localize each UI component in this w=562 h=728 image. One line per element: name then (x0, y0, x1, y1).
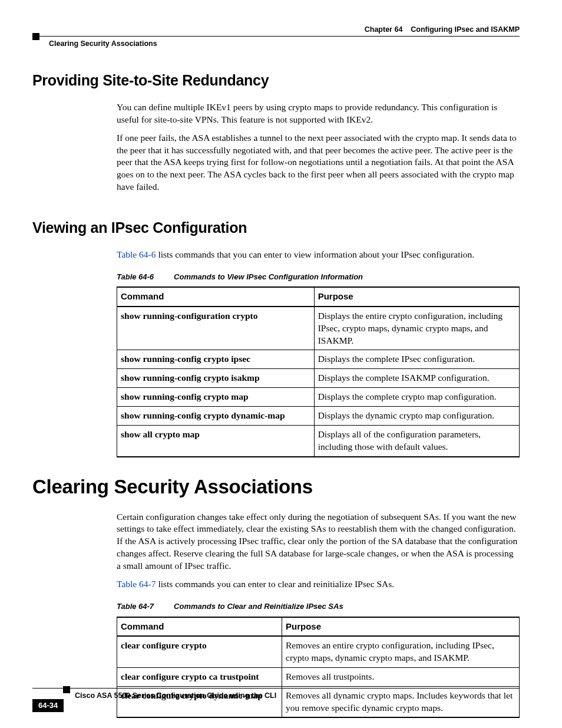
page-footer: Cisco ASA 5500 Series Configuration Guid… (32, 688, 520, 701)
command-cell: show all crypto map (117, 426, 315, 457)
table-row: show running-configuration cryptoDisplay… (117, 307, 520, 350)
table-row: show all crypto mapDisplays all of the c… (117, 426, 520, 457)
purpose-cell: Displays the complete crypto map configu… (314, 388, 519, 407)
section1-p1: You can define multiple IKEv1 peers by u… (117, 101, 520, 126)
footer-rule (32, 688, 520, 689)
section3-intro: Table 64-7 lists commands you can enter … (117, 578, 520, 591)
purpose-cell: Displays the dynamic crypto map configur… (314, 407, 519, 426)
col-command: Command (117, 617, 282, 636)
section2-intro: Table 64-6 lists commands that you can e… (117, 249, 520, 261)
section2-body: Table 64-6 lists commands that you can e… (117, 249, 520, 261)
col-purpose: Purpose (282, 617, 520, 636)
command-cell: clear configure crypto ca trustpoint (117, 667, 282, 686)
purpose-cell: Removes all trustpoints. (282, 667, 520, 686)
table-row: show running-config crypto mapDisplays t… (117, 388, 520, 407)
breadcrumb: Clearing Security Associations (49, 39, 520, 49)
table-row: show running-config crypto ipsecDisplays… (117, 350, 520, 369)
table-64-7: Command Purpose clear configure cryptoRe… (117, 617, 520, 719)
table-row: clear configure cryptoRemoves an entire … (117, 636, 520, 667)
page-number: 64-34 (32, 699, 64, 712)
command-cell: show running-config crypto dynamic-map (117, 407, 315, 426)
col-command: Command (117, 287, 315, 306)
command-cell: show running-config crypto ipsec (117, 350, 315, 369)
table-ref-link-2[interactable]: Table 64-7 (117, 579, 156, 589)
section-heading-clearing: Clearing Security Associations (32, 474, 520, 500)
table-number: Table 64-6 (117, 272, 154, 281)
table-64-6: Command Purpose show running-configurati… (117, 286, 520, 457)
table-row: show running-config crypto dynamic-mapDi… (117, 407, 520, 426)
section-heading-viewing: Viewing an IPsec Configuration (32, 218, 520, 238)
col-purpose: Purpose (314, 287, 519, 306)
purpose-cell: Removes an entire crypto configuration, … (282, 636, 520, 667)
page-header: Chapter 64 Configuring IPsec and ISAKMP … (32, 25, 520, 49)
section3-body: Certain configuration changes take effec… (117, 511, 520, 591)
table-number-2: Table 64-7 (117, 602, 154, 611)
section1-p2: If one peer fails, the ASA establishes a… (117, 132, 520, 194)
purpose-cell: Displays the complete IPsec configuratio… (314, 350, 519, 369)
decor-square-icon (32, 33, 39, 40)
section-heading-redundancy: Providing Site-to-Site Redundancy (32, 71, 520, 91)
table-title-2: Commands to Clear and Reinitialize IPsec… (174, 602, 343, 611)
chapter-label: Chapter 64 (365, 25, 403, 34)
section3-p1: Certain configuration changes take effec… (117, 511, 520, 573)
breadcrumb-row: Clearing Security Associations (32, 39, 520, 49)
chapter-info: Chapter 64 Configuring IPsec and ISAKMP (32, 25, 520, 36)
footer-row: Cisco ASA 5500 Series Configuration Guid… (32, 691, 520, 701)
purpose-cell: Displays all of the configuration parame… (314, 426, 519, 457)
doc-title: Cisco ASA 5500 Series Configuration Guid… (75, 691, 520, 701)
table-ref-link[interactable]: Table 64-6 (117, 249, 156, 259)
command-cell: show running-config crypto isakmp (117, 369, 315, 388)
table-row: show running-config crypto isakmpDisplay… (117, 369, 520, 388)
section3-intro-rest: lists commands you can enter to clear an… (156, 579, 395, 589)
section2-intro-rest: lists commands that you can enter to vie… (156, 249, 475, 259)
section1-body: You can define multiple IKEv1 peers by u… (117, 101, 520, 193)
purpose-cell: Displays the complete ISAKMP configurati… (314, 369, 519, 388)
decor-square-icon (63, 686, 70, 693)
command-cell: show running-configuration crypto (117, 307, 315, 350)
command-cell: clear configure crypto (117, 636, 282, 667)
chapter-title: Configuring IPsec and ISAKMP (411, 25, 520, 34)
table-title: Commands to View IPsec Configuration Inf… (174, 272, 363, 281)
table-row: clear configure crypto ca trustpointRemo… (117, 667, 520, 686)
table-64-6-caption: Table 64-6Commands to View IPsec Configu… (117, 272, 520, 282)
table-header-row: Command Purpose (117, 617, 520, 636)
page-content: Providing Site-to-Site Redundancy You ca… (32, 71, 520, 728)
command-cell: show running-config crypto map (117, 388, 315, 407)
table-64-7-caption: Table 64-7Commands to Clear and Reinitia… (117, 601, 520, 612)
table-header-row: Command Purpose (117, 287, 520, 306)
purpose-cell: Displays the entire crypto configuration… (314, 307, 519, 350)
header-rule (32, 36, 520, 37)
